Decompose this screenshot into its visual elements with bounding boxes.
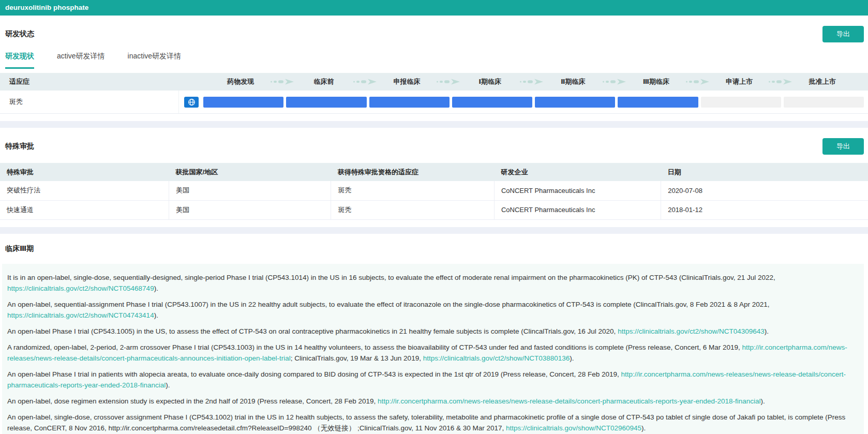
globe-icon[interactable] [184,97,199,108]
phase3-text-block: It is in an open-label, single-dose, seq… [2,264,864,434]
stage-bar-5 [535,97,615,108]
stage-label: 批准上市 [809,78,836,85]
trial-link[interactable]: https://clinicaltrials.gov/ct2/show/NCT0… [423,354,570,362]
trial-text: An open-label, single-dose, crossover as… [7,413,845,432]
rnd-status-title: 研发状态 [5,29,34,39]
special-approval-table: 特殊审批获批国家/地区获得特殊审批资格的适应症研发企业日期 突破性疗法美国斑秃C… [0,163,868,220]
trial-link[interactable]: https://clinicaltrials.gov/ct2/show/NCT0… [618,327,765,335]
pipeline-stages: 药物发现临床前申报临床Ⅰ期临床Ⅱ期临床Ⅲ期临床申请上市批准上市 [199,77,868,86]
column-header: 获得特殊审批资格的适应症 [331,163,494,181]
table-cell: 2020-07-08 [661,181,868,200]
rnd-export-button[interactable]: 导出 [822,26,864,42]
trial-text: A randomized, open-label, 2-period, 2-ar… [7,343,742,351]
table-cell: 斑秃 [331,200,494,219]
stage-bar-7 [701,97,781,108]
trial-text: An open-label, sequential-assignment Pha… [7,301,770,308]
table-cell: 快速通道 [0,200,169,219]
rnd-tabs: 研发现状active研发详情inactive研发详情 [0,42,868,69]
stage-bar-3 [369,97,450,108]
stage-4: Ⅰ期临床 [448,77,532,86]
section-divider [0,121,868,128]
trial-paragraph: An open-label, dose regimen extension st… [7,396,858,407]
trial-text: ). [641,424,646,432]
trial-paragraph: It is in an open-label, single-dose, seq… [7,272,858,294]
special-approval-header: 特殊审批 导出 [0,128,868,155]
trial-text: ). [765,327,769,335]
trial-paragraph: An open-label, single-dose, crossover as… [7,412,858,433]
stage-bar-1 [203,97,283,108]
trial-link[interactable]: https://clinicaltrials.gov/ct2/show/NCT0… [7,285,154,292]
phase3-header: 临床Ⅲ期 [0,234,868,253]
trial-paragraph: An open-label, sequential-assignment Pha… [7,299,858,321]
special-approval-export-button[interactable]: 导出 [822,138,864,155]
table-cell: 2018-01-12 [661,200,868,219]
stage-6: Ⅲ期临床 [615,77,698,86]
stage-label: Ⅲ期临床 [643,78,669,85]
pipeline-rows: 斑秃 [0,91,868,114]
indication-column-header: 适应症 [0,77,199,86]
table-cell: CoNCERT Pharmaceuticals Inc [494,200,661,219]
column-header: 获批国家/地区 [169,163,331,181]
indication-cell: 斑秃 [0,91,179,113]
trial-text: An open-label Phase I trial (CP543.1005)… [7,327,618,335]
stage-label: Ⅱ期临床 [561,78,586,85]
drug-title: deuruxolitinib phosphate [5,4,88,11]
stage-label: 申报临床 [394,78,421,85]
section-divider [0,227,868,234]
stage-3: 申报临床 [365,77,448,86]
tab-inactive研发详情[interactable]: inactive研发详情 [128,52,181,69]
tab-研发现状[interactable]: 研发现状 [5,52,34,69]
table-cell: 斑秃 [331,181,494,200]
special-approval-title: 特殊审批 [5,142,34,151]
trial-link[interactable]: http://ir.concertpharma.com/news-release… [378,397,761,405]
trial-link[interactable]: https://clinicaltrials.gov/ct2/show/NCT0… [7,311,154,319]
trial-text: It is in an open-label, single-dose, seq… [7,274,775,281]
rnd-status-header: 研发状态 导出 [0,16,868,42]
table-row: 突破性疗法美国斑秃CoNCERT Pharmaceuticals Inc2020… [0,181,868,200]
stage-1: 药物发现 [199,77,282,86]
trial-link[interactable]: https://clinicaltrials.gov/show/NCT02960… [506,424,641,432]
trial-text: An open-label Phase I trial in patients … [7,370,621,378]
trial-paragraph: An open-label Phase I trial (CP543.1005)… [7,326,858,337]
stage-bar-2 [286,97,366,108]
trial-text: An open-label, dose regimen extension st… [7,397,378,405]
stage-7: 申请上市 [698,77,781,86]
column-header: 日期 [661,163,868,181]
column-header: 特殊审批 [0,163,169,181]
stage-5: Ⅱ期临床 [532,77,615,86]
table-cell: 美国 [169,181,331,200]
trial-text: ). [570,354,574,362]
trial-paragraph: An open-label Phase I trial in patients … [7,369,858,391]
phase3-title: 临床Ⅲ期 [5,244,34,253]
stage-8: 批准上市 [781,77,864,86]
top-bar: deuruxolitinib phosphate [0,0,868,16]
table-cell: 美国 [169,200,331,219]
globe-glyph [188,98,196,106]
stage-label: 临床前 [313,78,334,85]
trial-paragraph: A randomized, open-label, 2-period, 2-ar… [7,342,858,364]
pipeline-header-row: 适应症 药物发现临床前申报临床Ⅰ期临床Ⅱ期临床Ⅲ期临床申请上市批准上市 [0,73,868,91]
table-cell: CoNCERT Pharmaceuticals Inc [494,181,661,200]
table-cell: 突破性疗法 [0,181,169,200]
stage-bar-4 [452,97,532,108]
trial-text: ). [154,311,158,319]
column-header: 研发企业 [494,163,661,181]
trial-text: ). [761,397,765,405]
stage-bars [203,97,868,108]
trial-text: ). [154,285,158,292]
stage-bar-8 [784,97,864,108]
stage-label: Ⅰ期临床 [478,78,501,85]
stage-label: 药物发现 [227,78,254,85]
tab-active研发详情[interactable]: active研发详情 [57,52,105,69]
pipeline-row: 斑秃 [0,91,868,114]
trial-text: ). [166,381,170,389]
stage-bar-6 [618,97,698,108]
stage-2: 临床前 [282,77,366,86]
trial-text: ; ClinicalTrials.gov, 19 Mar & 13 Jun 20… [291,354,423,362]
table-row: 快速通道美国斑秃CoNCERT Pharmaceuticals Inc2018-… [0,200,868,219]
stage-label: 申请上市 [726,78,753,85]
